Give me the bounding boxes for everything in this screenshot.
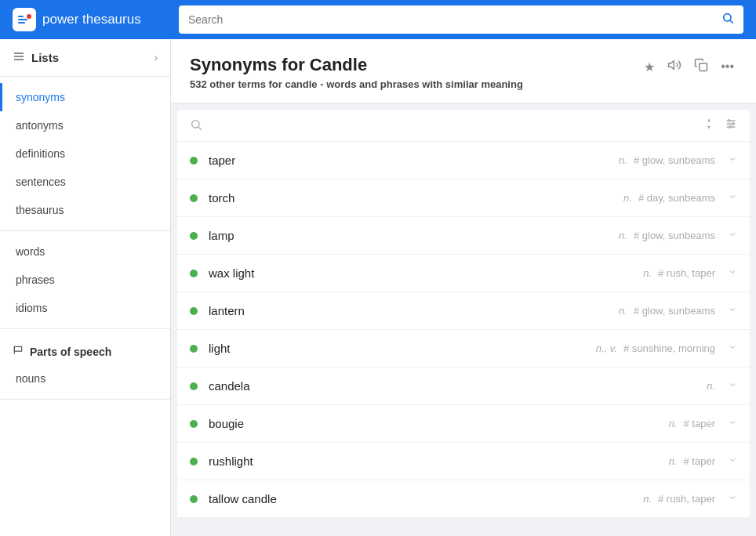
lists-label: Lists <box>31 51 59 64</box>
result-pos: n. <box>643 493 652 505</box>
result-tags: # sunshine, morning <box>623 342 715 354</box>
result-dot <box>190 232 198 240</box>
flag-icon <box>13 345 24 358</box>
result-dot <box>190 382 198 390</box>
svg-point-3 <box>27 14 31 19</box>
table-row[interactable]: candela n. <box>177 368 750 405</box>
page-subtitle: 532 other terms for candle - words and p… <box>190 78 523 90</box>
table-row[interactable]: taper n. # glow, sunbeams <box>177 142 750 179</box>
content-area: Synonyms for Candle 532 other terms for … <box>171 39 756 536</box>
table-row[interactable]: wax light n. # rush, taper <box>177 255 750 292</box>
page-header: Synonyms for Candle 532 other terms for … <box>171 39 756 103</box>
expand-button[interactable] <box>728 305 737 317</box>
result-word: torch <box>209 191 623 205</box>
result-pos: n. <box>619 154 627 166</box>
main-layout: Lists › synonyms antonyms definitions se… <box>0 39 756 536</box>
sort-icon[interactable] <box>703 118 715 133</box>
expand-button[interactable] <box>728 418 737 429</box>
app-header: power thesaurus <box>0 0 756 39</box>
subtitle-term: terms for candle <box>238 78 317 90</box>
expand-button[interactable] <box>728 380 737 392</box>
sidebar-item-thesaurus[interactable]: thesaurus <box>0 196 170 224</box>
sidebar: Lists › synonyms antonyms definitions se… <box>0 39 171 536</box>
copy-button[interactable] <box>691 55 711 78</box>
sidebar-item-definitions[interactable]: definitions <box>0 139 170 168</box>
more-button[interactable]: ••• <box>718 56 737 77</box>
result-dot <box>190 420 198 428</box>
result-word: taper <box>209 154 619 167</box>
search-bar[interactable] <box>179 5 743 34</box>
table-row[interactable]: light n., v. # sunshine, morning <box>177 330 750 368</box>
subtitle-rest: - words and phrases with similar meaning <box>320 78 523 90</box>
table-row[interactable]: lantern n. # glow, sunbeams <box>177 292 750 330</box>
result-tags: # rush, taper <box>658 267 715 279</box>
search-submit-button[interactable] <box>721 12 734 27</box>
sidebar-item-sentences[interactable]: sentences <box>0 168 170 196</box>
result-pos: n. <box>669 455 678 467</box>
svg-rect-2 <box>18 22 25 24</box>
result-dot <box>190 157 198 165</box>
expand-button[interactable] <box>728 192 737 204</box>
sidebar-item-words[interactable]: words <box>0 237 170 266</box>
sidebar-item-idioms[interactable]: idioms <box>0 294 170 322</box>
result-word: rushlight <box>209 455 669 468</box>
logo-text: power thesaurus <box>42 12 141 27</box>
star-button[interactable]: ★ <box>641 56 658 78</box>
sidebar-item-phrases[interactable]: phrases <box>0 266 170 294</box>
result-tags: # taper <box>684 418 715 429</box>
svg-marker-10 <box>669 61 674 70</box>
svg-point-19 <box>728 120 730 122</box>
search-input[interactable] <box>188 13 715 26</box>
result-dot <box>190 270 198 277</box>
table-row[interactable]: bougie n. # taper <box>177 405 750 443</box>
lists-icon <box>13 50 25 65</box>
result-word: candela <box>209 379 707 393</box>
filter-search-icon <box>190 118 202 133</box>
sidebar-item-synonyms[interactable]: synonyms <box>0 83 170 111</box>
result-dot <box>190 458 198 465</box>
expand-button[interactable] <box>728 455 737 467</box>
result-word: bougie <box>209 417 669 430</box>
expand-button[interactable] <box>728 493 737 505</box>
result-pos: n. <box>643 267 652 279</box>
result-tags: # glow, sunbeams <box>634 230 715 241</box>
result-dot <box>190 345 198 353</box>
svg-marker-14 <box>707 118 711 121</box>
table-row[interactable]: tallow candle n. # rush, taper <box>177 480 750 518</box>
nav-section: synonyms antonyms definitions sentences … <box>0 77 170 231</box>
volume-button[interactable] <box>664 55 685 78</box>
svg-rect-0 <box>18 16 24 17</box>
expand-button[interactable] <box>728 267 737 279</box>
sidebar-item-antonyms[interactable]: antonyms <box>0 111 170 139</box>
sidebar-item-nouns[interactable]: nouns <box>0 364 170 393</box>
results-container: taper n. # glow, sunbeams torch n. # day… <box>177 110 750 518</box>
result-pos: n. <box>669 418 678 429</box>
lists-chevron-icon: › <box>154 52 158 63</box>
table-row[interactable]: torch n. # day, sunbeams <box>177 179 750 217</box>
results-toolbar <box>177 110 750 142</box>
result-word: light <box>209 342 596 355</box>
settings-icon[interactable] <box>725 118 737 133</box>
svg-rect-11 <box>700 63 707 71</box>
table-row[interactable]: rushlight n. # taper <box>177 443 750 480</box>
expand-button[interactable] <box>728 342 737 354</box>
result-tags: # glow, sunbeams <box>634 305 715 317</box>
result-dot <box>190 307 198 315</box>
svg-rect-1 <box>18 19 27 20</box>
result-pos: n., v. <box>596 342 617 354</box>
page-title: Synonyms for Candle <box>190 55 523 75</box>
svg-line-5 <box>730 20 733 24</box>
header-actions: ★ ••• <box>641 55 737 78</box>
result-dot <box>190 194 198 202</box>
result-pos: n. <box>623 192 632 204</box>
lists-section: Lists › <box>0 39 170 77</box>
pos-header: Parts of speech <box>0 335 170 364</box>
lists-header[interactable]: Lists › <box>0 39 170 76</box>
svg-point-4 <box>724 14 731 21</box>
table-row[interactable]: lamp n. # glow, sunbeams <box>177 217 750 255</box>
svg-point-20 <box>732 123 734 125</box>
expand-button[interactable] <box>728 230 737 241</box>
expand-button[interactable] <box>728 154 737 166</box>
result-pos: n. <box>619 230 627 241</box>
results-list: taper n. # glow, sunbeams torch n. # day… <box>177 142 750 518</box>
